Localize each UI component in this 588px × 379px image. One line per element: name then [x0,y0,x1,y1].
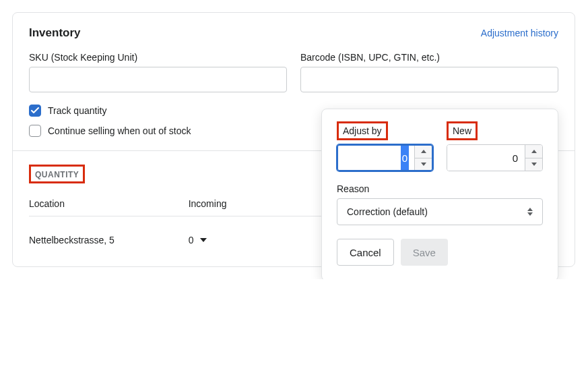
track-quantity-label: Track quantity [48,105,106,116]
cell-incoming[interactable]: 0 [183,235,337,245]
header-row: Inventory Adjustment history [29,26,558,40]
section-title: Inventory [29,26,81,40]
new-field: New [447,121,543,171]
highlight-adjust-by: Adjust by [337,121,433,140]
inventory-card: Inventory Adjustment history SKU (Stock … [12,12,575,267]
reason-label: Reason [337,183,543,194]
adjust-by-label: Adjust by [343,125,382,136]
sku-barcode-row: SKU (Stock Keeping Unit) Barcode (ISBN, … [29,52,558,92]
save-button: Save [401,239,448,266]
adjustment-history-link[interactable]: Adjustment history [481,28,558,38]
new-label: New [453,125,471,136]
sku-field: SKU (Stock Keeping Unit) [29,52,287,92]
reason-value: Correction (default) [347,206,428,217]
adjust-by-stepper[interactable] [337,144,433,171]
sku-input[interactable] [29,67,287,92]
new-spin-buttons [525,145,542,171]
new-decrement[interactable] [525,158,542,171]
barcode-label: Barcode (ISBN, UPC, GTIN, etc.) [300,52,558,63]
chevron-up-icon [421,150,426,153]
highlight-new: New [447,121,543,140]
chevron-up-icon [531,150,537,153]
track-quantity-checkbox[interactable] [29,105,41,117]
quantity-heading: QUANTITY [35,170,79,179]
select-caret-icon [527,208,533,216]
barcode-field: Barcode (ISBN, UPC, GTIN, etc.) [300,52,558,92]
check-icon [31,107,39,114]
adjust-by-input[interactable] [338,146,414,170]
reason-select[interactable]: Correction (default) [337,198,543,225]
col-incoming: Incoming [183,198,337,209]
popover-actions: Cancel Save [337,239,543,266]
caret-down-icon [200,238,207,242]
adjust-by-field: Adjust by [337,121,433,171]
cancel-button[interactable]: Cancel [337,239,394,266]
continue-selling-checkbox[interactable] [29,125,41,137]
new-stepper[interactable] [447,144,543,171]
adjust-by-spin-buttons [414,146,432,170]
col-location: Location [29,198,183,209]
popover-fields: Adjust by New [337,121,543,171]
chevron-down-icon [421,163,426,166]
cell-location: Nettelbeckstrasse, 5 [29,235,183,245]
barcode-input[interactable] [300,67,558,92]
sku-label: SKU (Stock Keeping Unit) [29,52,287,63]
incoming-value: 0 [189,235,194,245]
chevron-down-icon [531,163,537,166]
adjust-popover: Adjust by New [321,109,558,279]
adjust-by-decrement[interactable] [415,158,432,171]
adjust-by-increment[interactable] [415,146,432,158]
highlight-quantity: QUANTITY [29,165,85,183]
new-input[interactable] [447,145,525,171]
new-increment[interactable] [525,145,542,158]
continue-selling-label: Continue selling when out of stock [48,125,191,136]
